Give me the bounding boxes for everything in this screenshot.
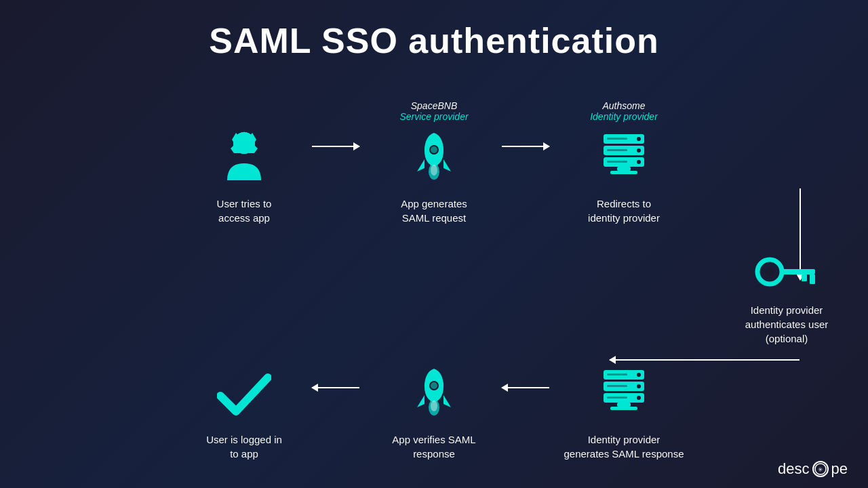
step-verify: App verifies SAMLresponse <box>366 363 502 461</box>
step-user-label: User tries toaccess app <box>217 197 272 225</box>
step-generate-label: Identity providergenerates SAML response <box>564 432 684 461</box>
diagram-container: placeholder placeholder <box>0 75 868 488</box>
step-redirect: Authsome Identity provider <box>556 95 692 225</box>
arrow-4 <box>502 387 556 388</box>
server-icon-2 <box>597 363 651 424</box>
h-line-bottom <box>610 359 800 361</box>
svg-point-24 <box>765 267 774 277</box>
step-auth: Identity providerauthenticates user(opti… <box>726 247 848 346</box>
key-icon <box>753 247 821 295</box>
svg-rect-21 <box>780 269 815 274</box>
svg-rect-17 <box>607 161 627 163</box>
svg-point-35 <box>637 396 641 400</box>
svg-rect-37 <box>607 385 627 387</box>
svg-rect-38 <box>607 396 627 399</box>
svg-point-3 <box>235 136 253 153</box>
step-saml-label: App generatesSAML request <box>401 197 467 225</box>
step-user: placeholder placeholder <box>176 95 312 225</box>
rocket-icon-2 <box>410 363 458 424</box>
svg-rect-19 <box>610 171 637 174</box>
step-generate: Identity providergenerates SAML response <box>556 363 692 461</box>
svg-point-14 <box>637 160 641 164</box>
svg-point-33 <box>637 373 641 377</box>
step-logged-in: User is logged into app <box>176 363 312 461</box>
svg-point-12 <box>637 137 641 141</box>
row2: User is logged into app App verifie <box>41 363 827 461</box>
step-logged-label: User is logged into app <box>206 432 282 461</box>
svg-rect-22 <box>802 274 807 281</box>
sp-name: SpaceBNB <box>411 100 457 111</box>
logo-text-right: pe <box>831 460 848 478</box>
step-auth-label: Identity providerauthenticates user(opti… <box>745 303 829 346</box>
svg-point-34 <box>637 384 641 388</box>
user-icon <box>217 127 271 188</box>
rocket-icon-1 <box>410 127 458 188</box>
page-title: SAML SSO authentication <box>0 0 868 61</box>
row1: placeholder placeholder <box>41 95 827 225</box>
sp-type: Service provider <box>399 111 468 122</box>
checkmark-icon <box>217 363 271 424</box>
svg-point-8 <box>431 165 437 176</box>
svg-rect-15 <box>607 138 627 140</box>
svg-rect-36 <box>607 373 627 375</box>
svg-point-13 <box>637 148 641 152</box>
svg-rect-39 <box>617 403 631 407</box>
step-verify-label: App verifies SAMLresponse <box>392 432 475 461</box>
server-icon-1 <box>597 127 651 188</box>
svg-rect-16 <box>607 149 627 151</box>
svg-rect-40 <box>610 407 637 410</box>
step-redirect-label: Redirects toidentity provider <box>588 197 660 225</box>
arrow-3 <box>312 387 366 388</box>
logo-icon: ✳ <box>812 461 829 477</box>
arrow-1 <box>312 146 366 147</box>
step-saml-request: SpaceBNB Service provider <box>366 95 502 225</box>
svg-rect-23 <box>810 274 815 284</box>
idp-name: Authsome <box>602 100 645 111</box>
logo-text-left: desc <box>778 460 809 478</box>
svg-point-6 <box>431 146 437 153</box>
svg-text:✳: ✳ <box>818 466 823 473</box>
idp-type: Identity provider <box>590 111 658 122</box>
svg-rect-18 <box>617 167 631 171</box>
svg-point-29 <box>431 401 437 411</box>
svg-point-27 <box>431 382 437 389</box>
descope-logo: desc ✳ pe <box>778 460 848 478</box>
arrow-2 <box>502 146 556 147</box>
